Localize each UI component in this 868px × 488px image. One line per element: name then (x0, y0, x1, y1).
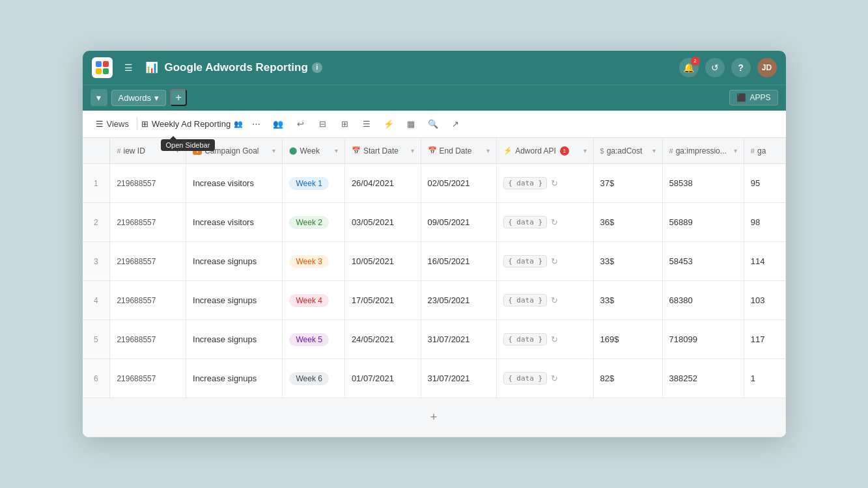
cal-end-icon: 📅 (428, 146, 437, 155)
apps-button[interactable]: ⬛ APPS (729, 90, 777, 105)
tab-adwords[interactable]: Adwords ▾ (111, 90, 167, 106)
cell-adword-api: { data } ↻ (497, 164, 593, 203)
cell-end-date: 31/07/2021 (421, 320, 497, 359)
table-container: # iew ID ▾ T Campaign Goal ▾ (83, 138, 786, 438)
col-header-end-date[interactable]: 📅 End Date ▾ (421, 138, 497, 164)
cell-start-date: 01/07/2021 (344, 359, 421, 398)
data-tag: { data } (503, 372, 547, 385)
cell-ga-impressions: 58538 (662, 164, 744, 203)
refresh-icon[interactable]: ↻ (551, 373, 558, 383)
avatar[interactable]: JD (757, 58, 777, 77)
data-tag: { data } (503, 177, 547, 189)
cell-view-id: 219688557 (110, 242, 186, 281)
cell-ga-last: 117 (744, 320, 785, 359)
cell-end-date: 23/05/2021 (421, 281, 497, 320)
table-row: 1 219688557 Increase visitors Week 1 26/… (83, 164, 786, 203)
col-start-label: Start Date (363, 146, 399, 156)
cell-end-date: 16/05/2021 (421, 242, 497, 281)
sort-campaign-icon: ▾ (272, 147, 275, 154)
cell-row-num: 2 (83, 203, 110, 242)
hash-icon: # (117, 147, 120, 155)
help-button[interactable]: ? (731, 58, 751, 77)
cell-row-num: 6 (83, 359, 110, 398)
add-tab-button[interactable]: + (170, 89, 187, 106)
hamburger-icon[interactable]: ☰ (119, 58, 139, 77)
app-logo (92, 57, 113, 78)
help-icon: ? (738, 62, 744, 73)
toolbar-divider (137, 117, 137, 130)
cell-row-num: 4 (83, 281, 110, 320)
col-header-ga-impressions[interactable]: # ga:impressio... ▾ (662, 138, 744, 164)
view-name-container[interactable]: ⊞ Weekly Ad Reporting 👥 (141, 119, 243, 129)
refresh-icon[interactable]: ↻ (551, 178, 558, 188)
cell-ga-last: 1 (744, 359, 785, 398)
refresh-icon[interactable]: ↻ (551, 256, 558, 266)
add-icon: + (175, 92, 181, 103)
cell-week: Week 4 (283, 281, 344, 320)
calendar-button[interactable]: ▦ (402, 115, 420, 133)
cell-adword-api: { data } ↻ (497, 320, 593, 359)
toolbar: Open Sidebar ☰ Views ⊞ Weekly Ad Reporti… (83, 111, 786, 138)
bolt-button[interactable]: ⚡ (380, 115, 398, 133)
data-table: # iew ID ▾ T Campaign Goal ▾ (83, 138, 786, 438)
header: ☰ 📊 Google Adwords Reporting i 🔔 2 ↺ ? J… (83, 51, 786, 85)
table-row: 4 219688557 Increase signups Week 4 17/0… (83, 281, 786, 320)
refresh-icon[interactable]: ↻ (551, 217, 558, 227)
app-title: Google Adwords Reporting (165, 61, 308, 74)
cell-ga-last: 103 (744, 281, 785, 320)
undo-button[interactable]: ↩ (291, 115, 309, 133)
tab-bar: ▾ Adwords ▾ + ⬛ APPS (83, 85, 786, 111)
notification-badge: 2 (691, 57, 700, 66)
cell-week: Week 1 (283, 164, 344, 203)
col-header-start-date[interactable]: 📅 Start Date ▾ (344, 138, 421, 164)
col-header-week[interactable]: ⬤ Week ▾ (283, 138, 344, 164)
col-last-label: ga (757, 146, 766, 156)
hash-imp-icon: # (669, 147, 673, 155)
cell-campaign-goal: Increase signups (186, 359, 283, 398)
table-row: 3 219688557 Increase signups Week 3 10/0… (83, 242, 786, 281)
info-icon[interactable]: i (312, 62, 322, 73)
open-sidebar-tooltip: Open Sidebar (161, 139, 216, 151)
refresh-icon[interactable]: ↻ (551, 295, 558, 305)
more-options-button[interactable]: ⋯ (247, 115, 265, 133)
tab-chevron-icon: ▾ (154, 93, 159, 103)
history-icon: ↺ (711, 62, 719, 73)
week-badge: Week 5 (289, 333, 328, 346)
col-cost-label: ga:adCost (607, 146, 643, 156)
cell-view-id: 219688557 (110, 203, 186, 242)
search-button[interactable]: 🔍 (424, 115, 442, 133)
cell-ga-last: 98 (744, 203, 785, 242)
week-badge: Week 1 (289, 177, 328, 190)
bolt-col-icon: ⚡ (503, 146, 512, 155)
cell-view-id: 219688557 (110, 281, 186, 320)
notification-button[interactable]: 🔔 2 (679, 58, 699, 77)
cell-adword-api: { data } ↻ (497, 203, 593, 242)
chevron-down-icon[interactable]: ▾ (91, 89, 107, 106)
table-row: 2 219688557 Increase visitors Week 2 03/… (83, 203, 786, 242)
col-header-ga-cost[interactable]: $ ga:adCost ▾ (593, 138, 662, 164)
col-header-ga-last[interactable]: # ga (744, 138, 785, 164)
share-people-button[interactable]: 👥 (269, 115, 287, 133)
refresh-icon[interactable]: ↻ (551, 334, 558, 344)
history-button[interactable]: ↺ (705, 58, 725, 77)
add-row-button[interactable]: + (83, 398, 786, 437)
cell-week: Week 2 (283, 203, 344, 242)
table-view-button[interactable]: ⊞ (335, 115, 354, 133)
cell-start-date: 26/04/2021 (344, 164, 421, 203)
sort-week-icon: ▾ (335, 147, 338, 154)
filter-button[interactable]: ☰ (357, 115, 376, 133)
views-button[interactable]: ☰ Views (92, 116, 133, 131)
cell-ga-impressions: 56889 (662, 203, 744, 242)
circle-icon: ⬤ (289, 146, 297, 155)
cell-view-id: 219688557 (110, 320, 186, 359)
col-header-adword-api[interactable]: ⚡ Adword API 1 ▾ (497, 138, 593, 164)
settings-button[interactable]: ⊟ (313, 115, 331, 133)
data-tag: { data } (503, 333, 547, 346)
cell-week: Week 6 (283, 359, 344, 398)
share-button[interactable]: ↗ (446, 115, 464, 133)
cell-ga-adcost: 36$ (593, 203, 662, 242)
hash-last-icon: # (751, 147, 755, 155)
cell-ga-impressions: 718099 (662, 320, 744, 359)
cell-ga-adcost: 33$ (593, 281, 662, 320)
sort-api-icon: ▾ (583, 147, 587, 154)
